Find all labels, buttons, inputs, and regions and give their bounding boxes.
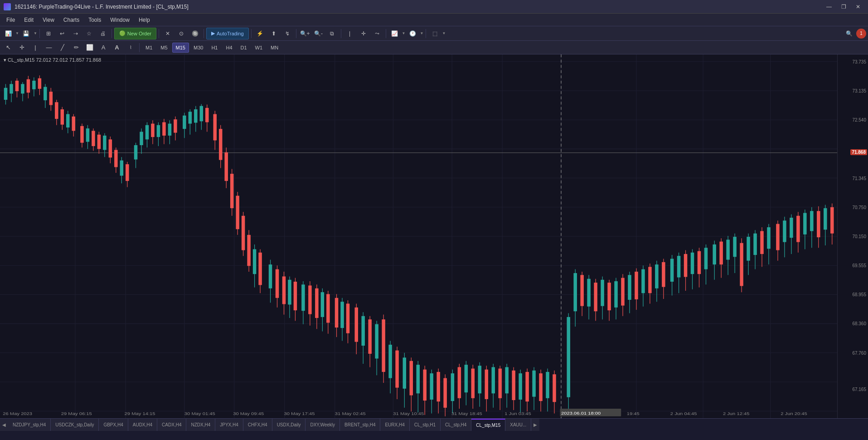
tab-dxy[interactable]: DXY,Weekly (305, 419, 340, 431)
history-button[interactable]: ⊙ (175, 28, 188, 39)
svg-text:2 Jun 12:45: 2 Jun 12:45 (723, 411, 750, 416)
tab-cl-h1[interactable]: CL_stp,H1 (410, 419, 441, 431)
autotrading-button[interactable]: ▶ AutoTrading (206, 28, 249, 39)
tf-h4[interactable]: H4 (222, 43, 236, 53)
tab-cl-h4[interactable]: CL_stp,H4 (441, 419, 471, 431)
tab-audx[interactable]: AUDX,H4 (128, 419, 157, 431)
tab-cl-m15[interactable]: CL_stp,M15 (471, 419, 505, 431)
auto-scroll-button[interactable]: ⤳ (371, 28, 383, 39)
buy-button[interactable]: ⬆ (267, 28, 280, 39)
svg-rect-254 (740, 243, 743, 286)
delete-button[interactable]: ✕ (161, 28, 174, 39)
profiles-button[interactable]: ⊞ (42, 28, 55, 39)
tf-m30[interactable]: M30 (190, 43, 207, 53)
chart-svg: 26 May 2023 29 May 06:15 29 May 14:15 30… (0, 54, 837, 418)
menu-view[interactable]: View (38, 14, 59, 26)
zoom-out-button[interactable]: 🔍- (312, 28, 325, 39)
svg-rect-206 (573, 273, 577, 311)
search-button[interactable]: 🔍 (843, 28, 855, 39)
tf-w1[interactable]: W1 (252, 43, 267, 53)
svg-rect-54 (72, 117, 75, 131)
svg-rect-214 (601, 280, 604, 306)
zoom-in-button[interactable]: 🔍+ (299, 28, 311, 39)
chart-type-button[interactable]: 📊 (2, 28, 15, 39)
tab-nzdjpy[interactable]: NZDJPY_stp,H4 (8, 419, 51, 431)
tab-usdczk[interactable]: USDCZK_stp,Daily (51, 419, 99, 431)
svg-rect-92 (189, 112, 192, 123)
tf-h1[interactable]: H1 (208, 43, 221, 53)
tab-gbpx[interactable]: GBPX,H4 (99, 419, 128, 431)
tf-m15[interactable]: M15 (172, 43, 189, 53)
tab-scroll-left[interactable]: ◀ (0, 419, 8, 431)
menu-file[interactable]: File (2, 14, 19, 26)
horizontal-line-button[interactable]: — (43, 42, 55, 53)
clock-button[interactable]: 🕐 (406, 28, 419, 39)
objects-dropdown[interactable]: ⬚ ▼ (428, 28, 446, 39)
tab-brent[interactable]: BRENT_stp,H4 (340, 419, 380, 431)
minimize-button[interactable]: — (823, 2, 835, 11)
shapes-button[interactable]: ⬜ (83, 42, 96, 53)
crosshair-draw-button[interactable]: ✛ (15, 42, 28, 53)
svg-rect-100 (213, 114, 216, 141)
indicators-dropdown[interactable]: 📈 ▼ (388, 28, 406, 39)
crosshair-button[interactable]: ✛ (357, 28, 370, 39)
vertical-line-button[interactable]: | (29, 42, 42, 53)
chart-type-dropdown[interactable]: 📊 ▼ (2, 28, 19, 39)
undo-button[interactable]: ↩ (56, 28, 68, 39)
svg-rect-110 (242, 216, 245, 250)
menu-edit[interactable]: Edit (19, 14, 38, 26)
cursor-button[interactable]: ↖ (2, 42, 15, 53)
tf-d1[interactable]: D1 (237, 43, 251, 53)
svg-text:2023.06.01 18:00: 2023.06.01 18:00 (561, 411, 601, 415)
menu-charts[interactable]: Charts (59, 14, 84, 26)
svg-rect-78 (145, 125, 149, 140)
svg-rect-198 (539, 373, 542, 401)
svg-rect-150 (375, 324, 378, 359)
objects-button[interactable]: ⬚ (428, 28, 441, 39)
close-button[interactable]: ✕ (852, 2, 864, 11)
clock-dropdown[interactable]: 🕐 ▼ (406, 28, 423, 39)
new-order-button[interactable]: 🟢 New Order (114, 28, 156, 39)
tab-jpyx[interactable]: JPYX,H4 (215, 419, 243, 431)
pencil-button[interactable]: ✏ (70, 42, 82, 53)
svg-rect-90 (183, 116, 186, 129)
period-sep-button[interactable]: | (344, 28, 356, 39)
text-button[interactable]: A (97, 42, 110, 53)
redo-button[interactable]: ⇢ (69, 28, 82, 39)
svg-rect-166 (430, 373, 433, 400)
restore-button[interactable]: ❐ (837, 2, 850, 11)
tab-cadx[interactable]: CADX,H4 (157, 419, 186, 431)
text-bold-button[interactable]: A (111, 42, 123, 53)
menu-tools[interactable]: Tools (84, 14, 106, 26)
tab-usdx[interactable]: USDX,Daily (272, 419, 306, 431)
sell-button[interactable]: ↯ (281, 28, 294, 39)
save-arrow: ▼ (34, 31, 37, 35)
indicators-button[interactable]: 📈 (388, 28, 401, 39)
svg-rect-172 (451, 373, 454, 401)
save-button[interactable]: 💾 (20, 28, 33, 39)
tab-scroll-right[interactable]: ▶ (531, 419, 539, 431)
tab-xauu[interactable]: XAUU... (505, 419, 531, 431)
chart-container[interactable]: ▾ CL_stp,M15 72.012 72.012 71.857 71.868 (0, 54, 837, 418)
tile-button[interactable]: ⧉ (326, 28, 339, 39)
sync-button[interactable]: ⚡ (254, 28, 267, 39)
sep5 (251, 29, 252, 38)
svg-rect-32 (10, 84, 13, 93)
notification-button[interactable]: 1 (856, 29, 866, 39)
templates-button[interactable]: ☆ (83, 28, 96, 39)
tf-mn[interactable]: MN (267, 43, 282, 53)
print-button[interactable]: 🖨 (97, 28, 109, 39)
expert-button[interactable]: 🔘 (189, 28, 201, 39)
tab-nzdx[interactable]: NZDX,H4 (186, 419, 215, 431)
tab-chfx[interactable]: CHFX,H4 (243, 419, 272, 431)
tf-m5[interactable]: M5 (157, 43, 171, 53)
menu-window[interactable]: Window (106, 14, 134, 26)
tab-eurx[interactable]: EURX,H4 (380, 419, 409, 431)
save-dropdown[interactable]: 💾 ▼ (20, 28, 37, 39)
trend-line-button[interactable]: ╱ (56, 42, 69, 53)
fib-button[interactable]: ⌇ (124, 42, 137, 53)
menu-help[interactable]: Help (134, 14, 155, 26)
main-area: ▾ CL_stp,M15 72.012 72.012 71.857 71.868 (0, 54, 868, 418)
svg-rect-262 (767, 227, 770, 249)
tf-m1[interactable]: M1 (142, 43, 156, 53)
